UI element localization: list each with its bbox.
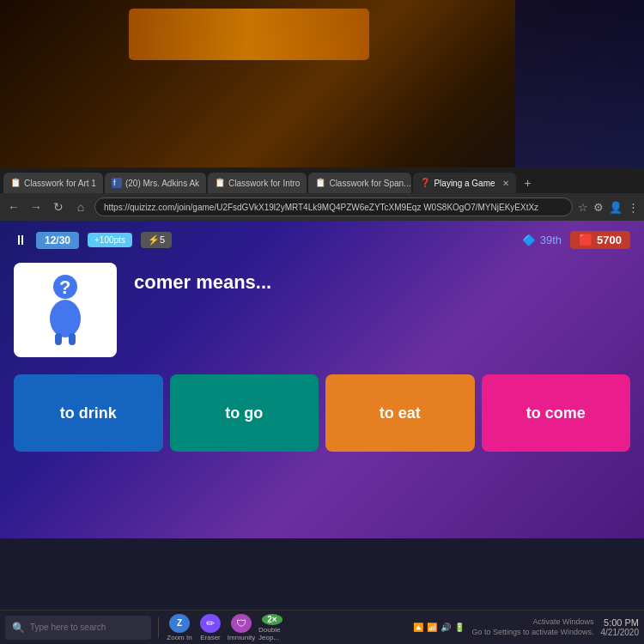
- answer-button-to-come[interactable]: to come: [482, 374, 631, 452]
- double-jeopardy-label: Double Jeop...: [258, 626, 286, 641]
- score-badge: 🟥 5700: [570, 231, 630, 249]
- new-tab-button[interactable]: +: [518, 173, 538, 193]
- clock: 5:00 PM 4/21/2020: [601, 617, 640, 637]
- taskbar-icon-double-jeopardy[interactable]: 2× Double Jeop...: [258, 614, 286, 641]
- menu-icon[interactable]: ⋮: [628, 201, 639, 214]
- rank-badge: 🔷 39th: [522, 234, 562, 246]
- tab-playing-game[interactable]: ❓ Playing a Game ✕: [413, 173, 515, 193]
- bonus-badge: +100pts: [88, 233, 132, 247]
- activate-windows-subtitle: Go to Settings to activate Windows.: [471, 628, 593, 638]
- eraser-icon: ✏: [200, 614, 221, 633]
- search-icon: 🔍: [12, 622, 25, 634]
- rank-icon: 🔷: [522, 234, 536, 246]
- tab-label: Playing a Game: [434, 179, 495, 188]
- tab-favicon3: 📋: [315, 178, 325, 188]
- url-input[interactable]: [94, 197, 573, 216]
- tab-label: Classwork for Art 1: [24, 179, 96, 188]
- progress-badge: 12/30: [36, 232, 79, 249]
- answer-grid: to drink to go to eat to come: [14, 374, 630, 452]
- tray-icon-1: 🔼: [413, 623, 423, 632]
- double-jeopardy-icon: 2×: [262, 614, 283, 625]
- lightning-badge: ⚡5: [141, 232, 172, 248]
- taskbar-icon-eraser[interactable]: ✏ Eraser: [197, 614, 224, 641]
- svg-rect-3: [55, 333, 62, 345]
- taskbar-divider: [158, 617, 159, 638]
- search-box[interactable]: 🔍: [5, 616, 151, 640]
- tab-favicon2: 📋: [215, 178, 225, 188]
- clock-date: 4/21/2020: [601, 628, 640, 637]
- score-icon: 🟥: [579, 234, 592, 246]
- search-input[interactable]: [30, 623, 142, 632]
- answer-button-to-drink[interactable]: to drink: [14, 374, 163, 452]
- tab-favicon-game: ❓: [420, 178, 430, 188]
- bookmark-icon[interactable]: ☆: [578, 201, 588, 214]
- answer-button-to-go[interactable]: to go: [170, 374, 319, 452]
- tab-close-icon[interactable]: ✕: [502, 179, 509, 188]
- tab-label: Classwork for Intro: [228, 179, 300, 188]
- question-text-area: comer means...: [134, 263, 271, 294]
- tray-icon-volume: 🔊: [440, 623, 451, 632]
- browser-chrome: 📋 Classwork for Art 1 f (20) Mrs. Adkins…: [0, 167, 644, 221]
- back-button[interactable]: ←: [5, 200, 22, 214]
- photo-background: [0, 0, 644, 167]
- game-topbar: ⏸ 12/30 +100pts ⚡5 🔷 39th 🟥 5700: [14, 231, 630, 249]
- tab-label: Classwork for Span...: [329, 179, 410, 188]
- settings-icon[interactable]: ⚙: [593, 201, 604, 214]
- question-row: ? comer means...: [14, 263, 630, 357]
- tab-mrs-adkins[interactable]: f (20) Mrs. Adkins Ak: [105, 173, 206, 193]
- taskbar: 🔍 Z Zoom In ✏ Eraser 🛡 Immunity 2× Doubl…: [0, 610, 644, 644]
- rank-value: 39th: [540, 234, 562, 246]
- game-area: ⏸ 12/30 +100pts ⚡5 🔷 39th 🟥 5700 ?: [0, 221, 644, 538]
- user-icon[interactable]: 👤: [609, 201, 623, 214]
- tab-classwork-span[interactable]: 📋 Classwork for Span...: [308, 173, 411, 193]
- question-image-box: ?: [14, 263, 117, 357]
- score-value: 5700: [597, 234, 622, 246]
- taskbar-right: 🔼 📶 🔊 🔋 Activate Windows Go to Settings …: [413, 617, 639, 637]
- toolbar-icons: ☆ ⚙ 👤 ⋮: [578, 201, 639, 214]
- forward-button[interactable]: →: [27, 200, 45, 214]
- immunity-label: Immunity: [228, 634, 255, 641]
- tab-bar: 📋 Classwork for Art 1 f (20) Mrs. Adkins…: [0, 167, 644, 193]
- tab-label: (20) Mrs. Adkins Ak: [125, 179, 199, 188]
- tray-icon-network: 📶: [427, 623, 437, 632]
- taskbar-icon-immunity[interactable]: 🛡 Immunity: [228, 614, 255, 641]
- question-mark-figure: ?: [31, 271, 100, 349]
- tray-icon-battery: 🔋: [454, 623, 465, 632]
- clock-time: 5:00 PM: [601, 617, 640, 628]
- activate-windows-title: Activate Windows: [471, 617, 593, 628]
- question-text: comer means...: [134, 271, 271, 294]
- refresh-button[interactable]: ↻: [50, 200, 67, 214]
- taskbar-icon-zoom-in[interactable]: Z Zoom In: [166, 614, 193, 641]
- activate-windows-notice[interactable]: Activate Windows Go to Settings to activ…: [471, 617, 593, 637]
- immunity-icon: 🛡: [231, 614, 252, 633]
- svg-point-2: [50, 300, 81, 337]
- system-tray: 🔼 📶 🔊 🔋: [413, 623, 465, 632]
- tab-classwork-intro[interactable]: 📋 Classwork for Intro: [208, 173, 307, 193]
- address-bar: ← → ↻ ⌂ ☆ ⚙ 👤 ⋮: [0, 193, 644, 221]
- zoom-in-label: Zoom In: [167, 634, 191, 641]
- answer-button-to-eat[interactable]: to eat: [325, 374, 475, 452]
- pause-button[interactable]: ⏸: [14, 233, 27, 248]
- eraser-label: Eraser: [200, 634, 221, 641]
- zoom-in-icon: Z: [169, 614, 190, 633]
- tab-classwork-art[interactable]: 📋 Classwork for Art 1: [3, 173, 103, 193]
- tab-favicon: 📋: [10, 178, 21, 188]
- svg-rect-4: [69, 333, 76, 345]
- tab-favicon-fb: f: [112, 178, 122, 188]
- svg-text:?: ?: [59, 276, 70, 298]
- home-button[interactable]: ⌂: [72, 200, 89, 214]
